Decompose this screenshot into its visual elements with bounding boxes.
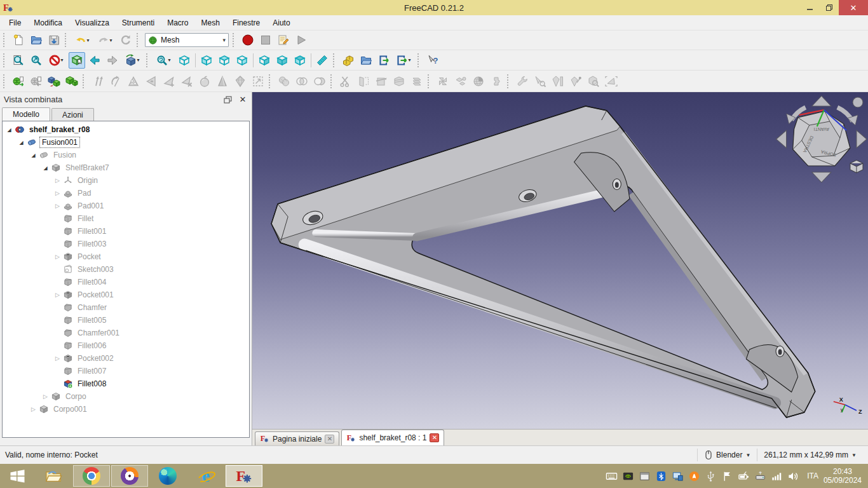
taskbar-app-explorer[interactable] <box>35 465 72 487</box>
boundary-button[interactable] <box>603 73 620 90</box>
union-button[interactable] <box>276 73 292 90</box>
tray-keyboard-icon[interactable] <box>606 470 618 482</box>
expand-open-icon[interactable]: ◢ <box>41 165 50 171</box>
open-document-button[interactable] <box>28 32 44 48</box>
taskbar-clock[interactable]: 20:43 05/09/2024 <box>824 467 862 485</box>
tray-show-desktop-icon[interactable] <box>639 470 651 482</box>
fit-selection-button[interactable] <box>28 52 44 69</box>
export-mesh-button[interactable] <box>28 73 44 90</box>
view-right-button[interactable] <box>234 52 250 69</box>
tree-item-fillet006[interactable]: Fillet006 <box>3 339 249 352</box>
intersection-button[interactable] <box>294 73 310 90</box>
tab-close-icon[interactable]: ✕ <box>430 433 439 442</box>
segmentation-button[interactable] <box>488 73 505 90</box>
menu-strumenti[interactable]: Strumenti <box>116 16 161 30</box>
tree-item-fusion001[interactable]: ◢Fusion001 <box>3 136 249 149</box>
chevron-down-icon[interactable]: ▾ <box>87 37 92 43</box>
view-bottom-button[interactable] <box>274 52 290 69</box>
check-solid-button[interactable] <box>532 73 548 90</box>
view-top-button[interactable] <box>216 52 233 69</box>
trim-by-plane-button[interactable] <box>355 73 372 90</box>
box-element-selection-button[interactable] <box>69 52 85 69</box>
evaluate-repair-button[interactable] <box>514 73 531 90</box>
tab-close-icon[interactable]: ✕ <box>325 435 334 444</box>
harmonize-normals-button[interactable] <box>90 73 106 90</box>
tray-usb-icon[interactable] <box>705 470 717 482</box>
expand-closed-icon[interactable]: ▷ <box>53 177 62 184</box>
document-tab-pagina-iniziale[interactable]: FPagina iniziale✕ <box>255 431 339 445</box>
tray-power-icon[interactable] <box>738 470 750 482</box>
tree-item-sketch003[interactable]: Sketch003 <box>3 263 249 276</box>
view-rear-button[interactable] <box>256 52 273 69</box>
expand-closed-icon[interactable]: ▷ <box>41 393 50 400</box>
refine-mesh-button[interactable] <box>214 73 231 90</box>
expand-closed-icon[interactable]: ▷ <box>29 406 37 412</box>
decimate-mesh-button[interactable] <box>232 73 248 90</box>
trim-mesh-button[interactable] <box>337 73 354 90</box>
expand-open-icon[interactable]: ◢ <box>29 152 37 158</box>
taskbar-app-ie[interactable]: e <box>187 465 224 487</box>
create-group-button[interactable] <box>358 52 374 69</box>
chevron-down-icon[interactable]: ▾ <box>61 57 65 63</box>
tree-item-fillet003[interactable]: Fillet003 <box>3 238 249 250</box>
measure-distance-button[interactable] <box>314 52 330 69</box>
tree-item-fillet[interactable]: Fillet <box>3 212 249 225</box>
fill-holes-button[interactable] <box>125 73 142 90</box>
tree-item-corpo001[interactable]: ▷Corpo001 <box>3 403 249 416</box>
undo-button[interactable]: ▾ <box>72 32 93 48</box>
make-sub-link-button[interactable]: ▾ <box>393 52 415 69</box>
zoom-tools-button[interactable]: ▾ <box>153 52 175 69</box>
tab-azioni[interactable]: Azioni <box>51 108 94 121</box>
menu-visualizza[interactable]: Visualizza <box>69 16 116 30</box>
chevron-down-icon[interactable]: ▾ <box>137 57 142 63</box>
taskbar-app-freecad[interactable]: F <box>226 465 262 487</box>
add-triangle-button[interactable] <box>161 73 177 90</box>
tab-modello[interactable]: Modello <box>2 107 50 121</box>
tree-item-fillet007[interactable]: Fillet007 <box>3 365 249 377</box>
tree-item-chamfer[interactable]: Chamfer <box>3 301 249 314</box>
menu-aiuto[interactable]: Aiuto <box>266 16 296 30</box>
flip-normals-button[interactable] <box>107 73 124 90</box>
tray-flag-icon[interactable] <box>721 470 733 482</box>
document-tab-shelf-braket-r08-1[interactable]: Fshelf_braket_r08 : 1✕ <box>341 430 444 445</box>
expand-closed-icon[interactable]: ▷ <box>53 292 62 298</box>
tree-item-fusion[interactable]: ◢Fusion <box>3 149 249 161</box>
chevron-down-icon[interactable]: ▾ <box>409 57 413 63</box>
tree-item-pad[interactable]: ▷Pad <box>3 187 249 200</box>
whats-this-button[interactable]: ? <box>424 52 441 69</box>
start-button[interactable] <box>0 464 34 488</box>
mesh-from-shape-button[interactable] <box>46 73 62 90</box>
expand-open-icon[interactable]: ◢ <box>17 140 25 146</box>
menu-macro[interactable]: Macro <box>161 16 194 30</box>
tree-item-fillet008[interactable]: Fillet008 <box>3 377 249 390</box>
tray-remove-hardware-icon[interactable] <box>754 470 766 482</box>
draw-style-button[interactable]: ▾ <box>46 52 67 69</box>
import-mesh-button[interactable] <box>10 73 27 90</box>
tray-volume-icon[interactable] <box>787 470 799 482</box>
close-hole-button[interactable] <box>143 73 159 90</box>
navigation-style-selector[interactable]: Blender ▼ <box>697 449 757 461</box>
tree-item-fillet001[interactable]: Fillet001 <box>3 225 249 238</box>
save-document-button[interactable] <box>46 32 62 48</box>
tree-item-chamfer001[interactable]: Chamfer001 <box>3 327 249 339</box>
remove-components-button[interactable] <box>179 73 195 90</box>
workbench-selector[interactable]: Mesh▾ <box>145 33 229 47</box>
chevron-down-icon[interactable]: ▾ <box>110 37 114 43</box>
view-dimensions-selector[interactable]: 261,12 mm x 142,99 mm ▼ <box>757 449 863 461</box>
new-document-button[interactable] <box>10 32 27 48</box>
tree-item-fillet005[interactable]: Fillet005 <box>3 314 249 327</box>
tree-item-pocket[interactable]: ▷Pocket <box>3 250 249 263</box>
redo-button[interactable]: ▾ <box>95 32 116 48</box>
navigation-cube[interactable]: AVANTI DESTRA SOPRA <box>776 96 867 182</box>
menu-file[interactable]: File <box>3 16 27 30</box>
navcube-front-label[interactable]: AVANTI <box>814 127 829 132</box>
cross-sections-button[interactable] <box>391 73 407 90</box>
refresh-button[interactable] <box>118 32 134 48</box>
expand-closed-icon[interactable]: ▷ <box>53 355 62 362</box>
bounding-box-button[interactable] <box>250 73 266 90</box>
macro-stop-button[interactable] <box>257 32 274 48</box>
smooth-mesh-button[interactable] <box>196 73 213 90</box>
minimize-button[interactable] <box>801 0 820 15</box>
tree-item-pocket002[interactable]: ▷Pocket002 <box>3 352 249 365</box>
tray-nvidia-icon[interactable] <box>622 470 634 482</box>
